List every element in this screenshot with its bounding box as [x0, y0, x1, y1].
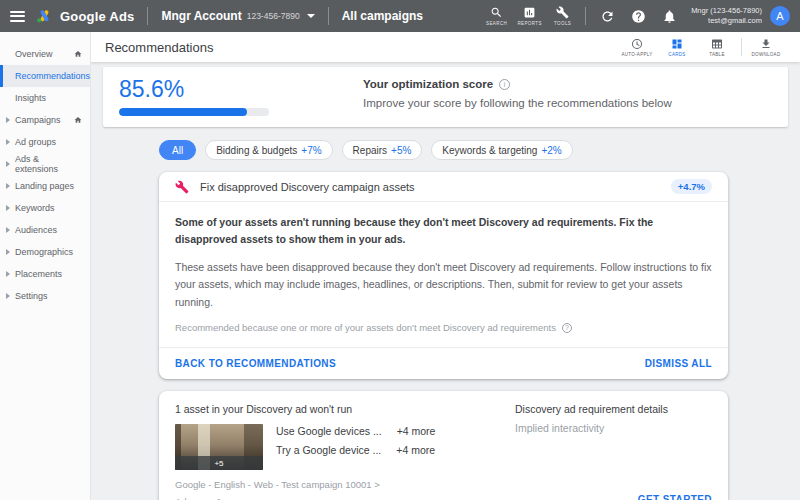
sidebar-nav: Overview Recommendations Insights Campai…	[0, 32, 91, 500]
tools-button[interactable]: TOOLS	[546, 6, 579, 26]
download-button[interactable]: DOWNLOAD	[746, 38, 786, 57]
sidebar-item-settings[interactable]: Settings	[0, 285, 90, 307]
reports-icon	[523, 6, 536, 19]
user-email: test@gmail.com	[691, 16, 762, 26]
expand-arrow-icon	[6, 293, 10, 299]
more-headlines-link[interactable]: +4 more	[397, 425, 436, 437]
menu-icon[interactable]	[10, 8, 25, 24]
repair-wrench-icon	[175, 180, 189, 194]
table-icon	[711, 38, 723, 50]
user-name: Mngr (123-456-7890)	[691, 6, 762, 16]
help-icon[interactable]	[631, 9, 646, 24]
campaign-breadcrumb[interactable]: Google - English - Web - Test campaign 1…	[175, 479, 467, 490]
account-switcher[interactable]: Mngr Account	[161, 9, 241, 23]
main-content: Recommendations AUTO-APPLY CARDS TABLE	[91, 32, 800, 500]
expand-arrow-icon	[6, 205, 10, 211]
account-id: 123-456-7890	[247, 11, 300, 21]
more-headlines-link[interactable]: +4 more	[396, 444, 435, 456]
sidebar-item-insights[interactable]: Insights	[0, 87, 90, 109]
sidebar-item-audiences[interactable]: Audiences	[0, 219, 90, 241]
optimization-progress-bar	[119, 108, 269, 116]
filter-chip-keywords-targeting[interactable]: Keywords & targeting +2%	[431, 140, 572, 160]
asset-card-1: 1 asset in your Discovery ad won't run +…	[159, 391, 728, 500]
user-info: Mngr (123-456-7890) test@gmail.com	[691, 6, 762, 26]
score-subtext: Improve your score by following the reco…	[363, 97, 672, 109]
recommendation-title: Fix disapproved Discovery campaign asset…	[200, 181, 415, 193]
more-images-badge: +5	[175, 456, 263, 470]
expand-arrow-icon	[6, 161, 10, 167]
auto-apply-button[interactable]: AUTO-APPLY	[617, 38, 657, 57]
avatar[interactable]: A	[770, 6, 790, 26]
expand-arrow-icon	[6, 249, 10, 255]
filter-chip-all[interactable]: All	[159, 140, 196, 160]
filter-chips: All Bidding & budgets +7% Repairs +5% Ke…	[159, 140, 728, 160]
reports-button[interactable]: REPORTS	[513, 6, 546, 26]
home-icon	[74, 116, 82, 124]
search-icon	[490, 6, 503, 19]
sidebar-item-ads-extensions[interactable]: Ads & extensions	[0, 153, 90, 175]
expand-arrow-icon	[6, 227, 10, 233]
back-to-recommendations-button[interactable]: BACK TO RECOMMENDATIONS	[175, 358, 336, 369]
optimization-score-value: 85.6%	[119, 76, 271, 103]
filter-chip-repairs[interactable]: Repairs +5%	[342, 140, 423, 160]
recommendation-reason: Recommended because one or more of your …	[175, 322, 556, 333]
auto-apply-clock-icon	[631, 38, 643, 50]
expand-arrow-icon	[6, 271, 10, 277]
score-heading: Your optimization score	[363, 78, 493, 90]
recommendation-summary: Some of your assets aren't running becau…	[175, 214, 712, 249]
search-button[interactable]: SEARCH	[480, 6, 513, 26]
cards-view-button[interactable]: CARDS	[657, 38, 697, 57]
sidebar-item-landing-pages[interactable]: Landing pages	[0, 175, 90, 197]
divider	[741, 38, 742, 56]
page-header: Recommendations AUTO-APPLY CARDS TABLE	[91, 32, 800, 62]
divider	[147, 7, 148, 25]
divider	[585, 7, 586, 25]
optimization-score-card: 85.6% Your optimization score i Improve …	[103, 67, 788, 127]
scope-selector[interactable]: All campaigns	[342, 9, 423, 23]
sidebar-item-ad-groups[interactable]: Ad groups	[0, 131, 90, 153]
cards-grid-icon	[671, 38, 683, 50]
sidebar-item-keywords[interactable]: Keywords	[0, 197, 90, 219]
dismiss-all-button[interactable]: DISMISS ALL	[645, 358, 712, 369]
google-ads-logo-icon	[36, 9, 53, 24]
sidebar-item-placements[interactable]: Placements	[0, 263, 90, 285]
notifications-bell-icon[interactable]	[662, 9, 677, 24]
asset-title: 1 asset in your Discovery ad won't run	[175, 403, 467, 415]
ad-group-label: Ad group 1	[175, 496, 467, 500]
product-name: Google Ads	[60, 9, 134, 24]
sidebar-item-campaigns[interactable]: Campaigns	[0, 109, 90, 131]
asset-thumbnail[interactable]: +5	[175, 424, 263, 470]
get-started-button[interactable]: GET STARTED	[638, 494, 712, 500]
sidebar-item-demographics[interactable]: Demographics	[0, 241, 90, 263]
recommendation-description: These assets have been disapproved becau…	[175, 259, 712, 313]
page-title: Recommendations	[105, 40, 213, 55]
expand-arrow-icon	[6, 117, 10, 123]
optimization-progress-fill	[119, 108, 247, 116]
requirement-details-heading: Discovery ad requirement details	[515, 403, 668, 415]
download-icon	[760, 38, 772, 50]
top-bar: Google Ads Mngr Account 123-456-7890 All…	[0, 0, 800, 32]
refresh-icon[interactable]	[600, 9, 615, 24]
table-view-button[interactable]: TABLE	[697, 38, 737, 57]
filter-chip-bidding-budgets[interactable]: Bidding & budgets +7%	[205, 140, 332, 160]
divider	[328, 7, 329, 25]
expand-arrow-icon	[6, 139, 10, 145]
sidebar-item-overview[interactable]: Overview	[0, 43, 90, 65]
sidebar-item-recommendations[interactable]: Recommendations	[0, 65, 90, 87]
asset-headline: Use Google devices ...	[276, 425, 382, 437]
chevron-down-icon[interactable]	[307, 14, 315, 18]
recommendation-card: Fix disapproved Discovery campaign asset…	[159, 172, 728, 379]
requirement-details-value: Implied interactivity	[515, 422, 668, 434]
uplift-badge[interactable]: +4.7%	[671, 179, 712, 194]
home-icon	[74, 50, 82, 58]
asset-headline: Try a Google device ...	[276, 444, 381, 456]
info-icon[interactable]: i	[499, 79, 510, 90]
expand-arrow-icon	[6, 183, 10, 189]
info-icon[interactable]: ?	[562, 323, 572, 333]
tools-icon	[556, 6, 569, 19]
